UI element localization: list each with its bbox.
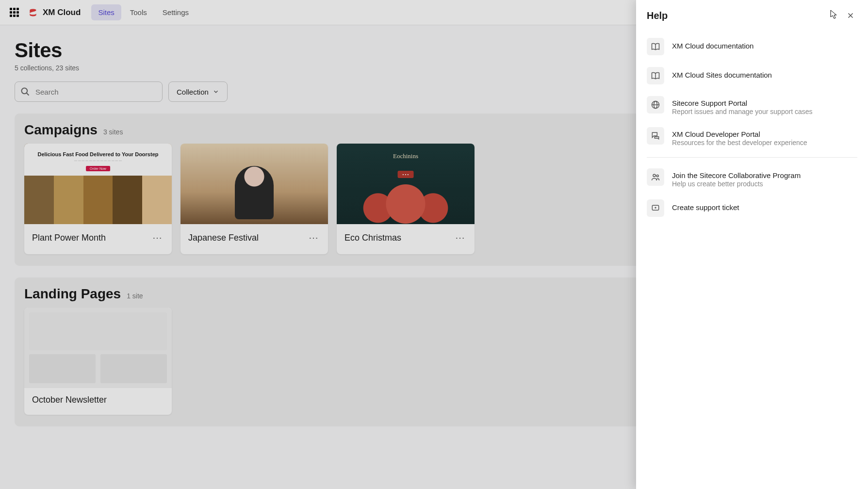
help-item-developer-portal[interactable]: XM Cloud Developer Portal Resources for … [642, 121, 862, 152]
help-title: Help [647, 10, 668, 21]
close-icon [846, 11, 855, 20]
help-item-collaborative-program[interactable]: Join the Sitecore Collaborative Program … [642, 163, 862, 194]
help-item-desc: Report issues and manage your support ca… [672, 108, 813, 115]
help-item-desc: Resources for the best developer experie… [672, 139, 807, 147]
svg-point-4 [653, 174, 655, 177]
globe-icon [647, 96, 664, 114]
ticket-icon [647, 199, 664, 217]
book-icon [647, 38, 664, 55]
help-item-create-ticket[interactable]: Create support ticket [642, 194, 862, 223]
help-item-label: XM Cloud Developer Portal [672, 130, 807, 138]
group-icon [647, 168, 664, 186]
close-button[interactable] [844, 9, 857, 22]
help-panel: Help XM Cloud documentation XM Cloud Sit… [636, 0, 868, 489]
help-item-sites-docs[interactable]: XM Cloud Sites documentation [642, 61, 862, 90]
divider [647, 157, 857, 158]
svg-point-5 [656, 175, 658, 177]
chat-icon [647, 127, 664, 145]
help-item-label: XM Cloud documentation [672, 42, 753, 50]
help-item-label: Join the Sitecore Collaborative Program [672, 171, 801, 179]
help-item-xm-cloud-docs[interactable]: XM Cloud documentation [642, 32, 862, 61]
help-item-label: Sitecore Support Portal [672, 99, 813, 107]
help-item-support-portal[interactable]: Sitecore Support Portal Report issues an… [642, 90, 862, 121]
help-item-label: XM Cloud Sites documentation [672, 71, 772, 79]
help-item-desc: Help us create better products [672, 180, 801, 188]
book-icon [647, 67, 664, 84]
help-item-label: Create support ticket [672, 203, 739, 212]
